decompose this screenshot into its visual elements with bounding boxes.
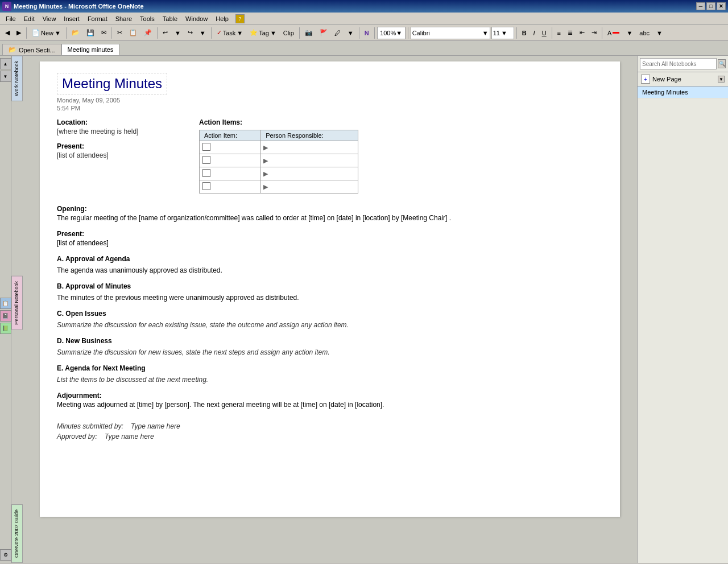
menu-view[interactable]: View (39, 14, 60, 23)
opening-label: Opening: (57, 205, 603, 213)
right-panel: 🔍 + New Page ▼ Meeting Minutes (637, 56, 728, 563)
submitted-value[interactable]: Type name here (131, 422, 180, 430)
italic-button[interactable]: I (531, 27, 538, 39)
menu-tools[interactable]: Tools (136, 14, 158, 23)
insert-button[interactable]: 📷 (302, 27, 316, 39)
bullet-list-button[interactable]: ≡ (555, 27, 564, 39)
minimize-button[interactable]: ─ (696, 2, 705, 10)
numbered-list-button[interactable]: ≣ (565, 27, 576, 39)
action-items-title: Action Items: (199, 118, 358, 126)
redo-button[interactable]: ↪ (185, 27, 196, 39)
present-value[interactable]: [list of attendees] (57, 151, 182, 159)
agenda-d-section: D. New Business Summarize the discussion… (57, 337, 603, 357)
separator-6 (299, 27, 300, 39)
help-icon[interactable]: ? (235, 14, 245, 23)
approved-line: Approved by: Type name here (57, 431, 603, 442)
window-title: Meeting Minutes - Microsoft Office OneNo… (14, 3, 144, 10)
menu-window[interactable]: Window (182, 14, 211, 23)
opening-text[interactable]: The regular meeting of the [name of orga… (57, 213, 603, 223)
menu-help[interactable]: Help (212, 14, 232, 23)
search-icon[interactable]: 🔍 (718, 59, 726, 68)
agenda-b-text[interactable]: The minutes of the previous meeting were… (57, 293, 603, 303)
document-title[interactable]: Meeting Minutes (57, 73, 167, 94)
tag-button[interactable]: ⭐ Tag ▼ (247, 27, 279, 39)
menu-table[interactable]: Table (159, 14, 181, 23)
app-icon: N (2, 2, 11, 11)
guide-tab[interactable]: OneNote 2007 Guide (11, 504, 23, 563)
settings-icon[interactable]: ⚙ (0, 549, 11, 561)
checkbox-4[interactable] (202, 182, 210, 190)
spell-check-button[interactable]: abc (636, 27, 652, 39)
font-size-selector[interactable]: 11 ▼ (491, 27, 514, 39)
nav-up-icon[interactable]: ▲ (0, 58, 11, 69)
menu-bar: File Edit View Insert Format Share Tools… (0, 13, 728, 25)
open-section-tab[interactable]: 📂 Open Secti... (2, 44, 61, 55)
copy-button[interactable]: 📋 (126, 27, 140, 39)
redo-dropdown[interactable]: ▼ (197, 27, 209, 39)
sidebar-icon-1[interactable]: 📋 (0, 298, 11, 309)
font-color-button[interactable]: A (605, 27, 622, 39)
onenote-home[interactable]: N (362, 27, 372, 39)
flag-button[interactable]: 🚩 (317, 27, 330, 39)
nav-down-icon[interactable]: ▼ (0, 71, 11, 82)
page-list-item[interactable]: Meeting Minutes (638, 87, 728, 98)
approved-value[interactable]: Type name here (105, 433, 154, 441)
col-person-responsible: Person Responsible: (261, 130, 358, 141)
location-value[interactable]: [where the meeting is held] (57, 127, 182, 135)
bold-button[interactable]: B (519, 27, 530, 39)
present2-section: Present: [list of attendees] (57, 230, 603, 248)
decrease-indent-button[interactable]: ⇤ (577, 27, 588, 39)
personal-notebook-tab[interactable]: Personal Notebook (11, 276, 23, 330)
agenda-a-text[interactable]: The agenda was unanimously approved as d… (57, 265, 603, 275)
pen-button[interactable]: 🖊 (332, 27, 344, 39)
submitted-label: Minutes submitted by: (57, 422, 123, 430)
font-name-selector[interactable]: Calibri ▼ (411, 27, 490, 39)
undo-dropdown[interactable]: ▼ (172, 27, 184, 39)
menu-share[interactable]: Share (112, 14, 135, 23)
font-color-dropdown[interactable]: ▼ (623, 27, 635, 39)
sidebar-icon-2[interactable]: 📓 (0, 310, 11, 322)
checkbox-3[interactable] (202, 169, 210, 177)
maximize-button[interactable]: □ (706, 2, 715, 10)
separator-1 (26, 27, 27, 39)
tag-dropdown: ▼ (270, 30, 276, 36)
present2-text[interactable]: [list of attendees] (57, 238, 603, 248)
menu-insert[interactable]: Insert (60, 14, 83, 23)
separator-3 (111, 27, 112, 39)
search-input[interactable] (640, 58, 717, 69)
clip-button[interactable]: Clip (280, 27, 297, 39)
back-button[interactable]: ◀ (2, 27, 13, 39)
cut-button[interactable]: ✂ (114, 27, 125, 39)
new-page-button[interactable]: + New Page ▼ (638, 72, 728, 87)
agenda-d-text[interactable]: Summarize the discussion for new issues,… (57, 347, 603, 357)
underline-button[interactable]: U (539, 27, 549, 39)
checkbox-1[interactable] (202, 143, 210, 151)
email-button[interactable]: ✉ (98, 27, 109, 39)
open-button[interactable]: 📂 (69, 27, 82, 39)
open-section-label: Open Secti... (19, 47, 55, 53)
close-button[interactable]: ✕ (717, 2, 726, 10)
zoom-level[interactable]: 100% ▼ (377, 27, 406, 39)
agenda-c-label: C. Open Issues (57, 310, 603, 318)
paste-button[interactable]: 📌 (141, 27, 155, 39)
increase-indent-button[interactable]: ⇥ (589, 27, 599, 39)
spell-dropdown[interactable]: ▼ (653, 27, 665, 39)
pen-dropdown[interactable]: ▼ (345, 27, 357, 39)
undo-button[interactable]: ↩ (160, 27, 171, 39)
menu-edit[interactable]: Edit (20, 14, 38, 23)
new-page-dropdown[interactable]: ▼ (718, 76, 725, 83)
checkbox-2[interactable] (202, 156, 210, 164)
approved-label: Approved by: (57, 433, 97, 441)
menu-file[interactable]: File (2, 14, 19, 23)
agenda-c-text[interactable]: Summarize the discussion for each existi… (57, 320, 603, 330)
task-button[interactable]: ✓ Task ▼ (214, 27, 246, 39)
menu-format[interactable]: Format (84, 14, 111, 23)
adjournment-text[interactable]: Meeting was adjourned at [time] by [pers… (57, 400, 603, 410)
agenda-e-text[interactable]: List the items to be discussed at the ne… (57, 374, 603, 385)
new-button[interactable]: 📄 New ▼ (29, 27, 64, 39)
meeting-minutes-tab[interactable]: Meeting minutes (61, 44, 120, 55)
work-notebook-tab[interactable]: Work Notebook (11, 56, 23, 101)
forward-button[interactable]: ▶ (14, 27, 24, 39)
sidebar-icon-3[interactable]: 📗 (0, 323, 11, 334)
save-button[interactable]: 💾 (84, 27, 97, 39)
